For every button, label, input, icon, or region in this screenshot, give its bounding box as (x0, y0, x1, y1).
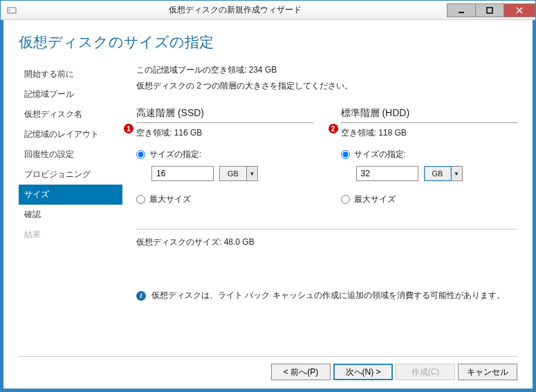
tier-ssd: 高速階層 (SSD) 1 空き領域: 116 GB サイズの指定: GB (136, 107, 313, 211)
tier-hdd: 標準階層 (HDD) 2 空き領域: 118 GB サイズの指定: GB (341, 107, 518, 211)
tiers-container: 高速階層 (SSD) 1 空き領域: 116 GB サイズの指定: GB (136, 107, 517, 211)
tier-ssd-max-radio-row[interactable]: 最大サイズ (136, 194, 313, 205)
tier-hdd-specify-radio[interactable] (341, 150, 350, 159)
tier-hdd-max-radio[interactable] (341, 195, 350, 204)
step-results: 結果 (19, 225, 122, 245)
tier-ssd-max-label: 最大サイズ (149, 194, 191, 205)
svg-rect-3 (487, 8, 492, 13)
minimize-button[interactable] (447, 3, 476, 17)
tier-hdd-max-radio-row[interactable]: 最大サイズ (341, 194, 518, 205)
annotation-badge-1: 1 (124, 124, 133, 133)
maximize-button[interactable] (475, 3, 504, 17)
tier-hdd-free: 空き領域: 118 GB (341, 127, 518, 139)
tier-ssd-free: 空き領域: 116 GB (136, 127, 313, 139)
info-note: i 仮想ディスクは、ライト バック キャッシュの作成に追加の領域を消費する可能性… (136, 290, 517, 301)
separator (136, 229, 517, 230)
titlebar: 仮想ディスクの新規作成ウィザード (1, 1, 535, 20)
tier-ssd-unit-select[interactable]: GB (219, 166, 247, 181)
tier-hdd-specify-radio-row[interactable]: サイズの指定: (341, 149, 518, 160)
content-inner: 仮想ディスクのサイズの指定 開始する前に 記憶域プール 仮想ディスク名 記憶域の… (3, 20, 533, 389)
annotation-badge-2: 2 (329, 124, 338, 133)
previous-button[interactable]: < 前へ(P) (271, 364, 331, 380)
tier-hdd-max-label: 最大サイズ (354, 194, 396, 205)
tier-hdd-heading: 標準階層 (HDD) (341, 107, 518, 123)
wizard-footer: < 前へ(P) 次へ(N) > 作成(C) キャンセル (19, 356, 517, 380)
tier-ssd-size-input[interactable] (151, 166, 214, 181)
info-note-text: 仮想ディスクは、ライト バック キャッシュの作成に追加の領域を消費する可能性があ… (151, 290, 505, 301)
tier-hdd-size-input[interactable] (356, 166, 418, 181)
step-provisioning[interactable]: プロビジョニング (19, 165, 122, 185)
tier-ssd-unit-dropdown[interactable]: ▼ (247, 166, 258, 181)
step-storage-pool[interactable]: 記憶域プール (19, 84, 122, 104)
step-size[interactable]: サイズ (19, 185, 122, 205)
wizard-window: 仮想ディスクの新規作成ウィザード 仮想ディスクのサイズの指定 開始する前に 記憶… (0, 0, 536, 392)
tier-hdd-unit-dropdown[interactable]: ▼ (452, 166, 463, 181)
next-button[interactable]: 次へ(N) > (333, 364, 393, 380)
create-button: 作成(C) (396, 364, 455, 380)
content-frame: 仮想ディスクのサイズの指定 開始する前に 記憶域プール 仮想ディスク名 記憶域の… (1, 20, 535, 391)
svg-rect-0 (8, 8, 16, 13)
step-disk-name[interactable]: 仮想ディスク名 (19, 104, 122, 124)
tier-hdd-unit-select[interactable]: GB (424, 166, 452, 181)
wizard-sidebar: 開始する前に 記憶域プール 仮想ディスク名 記憶域のレイアウト 回復性の設定 プ… (19, 64, 122, 345)
tier-ssd-specify-radio[interactable] (136, 150, 145, 159)
info-icon: i (136, 291, 146, 301)
page-title: 仮想ディスクのサイズの指定 (19, 32, 517, 52)
step-confirm[interactable]: 確認 (19, 205, 122, 225)
step-before-begin[interactable]: 開始する前に (19, 64, 122, 84)
instruction-text: 仮想ディスクの 2 つの階層の大きさを指定してください。 (136, 80, 517, 92)
window-title: 仮想ディスクの新規作成ウィザード (23, 4, 447, 16)
main-panel: この記憶域プールの空き領域: 234 GB 仮想ディスクの 2 つの階層の大きさ… (128, 64, 517, 345)
tier-ssd-size-row: GB ▼ (151, 166, 313, 181)
tier-ssd-specify-radio-row[interactable]: サイズの指定: (136, 149, 313, 160)
tier-ssd-max-radio[interactable] (136, 195, 145, 204)
tier-ssd-heading: 高速階層 (SSD) (136, 107, 313, 123)
step-resiliency[interactable]: 回復性の設定 (19, 144, 122, 165)
total-size: 仮想ディスクのサイズ: 48.0 GB (136, 236, 517, 248)
tier-hdd-size-row: GB ▼ (356, 166, 518, 181)
svg-point-1 (9, 10, 10, 11)
window-controls (447, 3, 535, 17)
tier-hdd-specify-label: サイズの指定: (354, 149, 406, 160)
app-icon (6, 5, 17, 16)
step-layout[interactable]: 記憶域のレイアウト (19, 124, 122, 144)
close-button[interactable] (503, 3, 535, 17)
cancel-button[interactable]: キャンセル (458, 364, 517, 380)
tier-ssd-specify-label: サイズの指定: (149, 149, 201, 160)
pool-free-space: この記憶域プールの空き領域: 234 GB (136, 64, 517, 76)
